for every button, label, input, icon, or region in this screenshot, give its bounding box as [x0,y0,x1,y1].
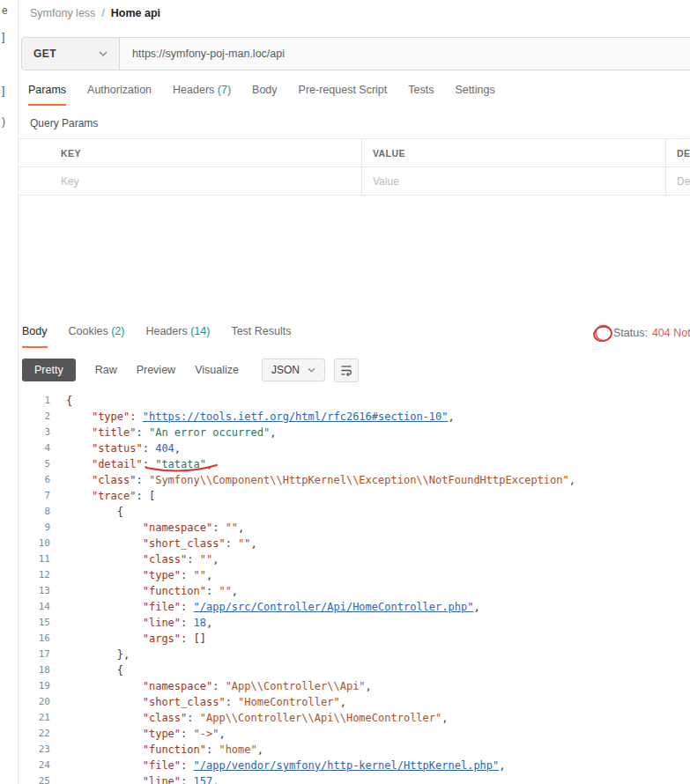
code-line-text: "status": 404, [50,440,181,456]
code-token: , [340,696,346,708]
table-header-row: KEY VALUE DESCRIPTION [19,138,690,167]
tab-label: Authorization [87,84,152,96]
code-token: "class" [143,553,188,566]
breadcrumb-workspace[interactable]: Symfony less [30,7,95,19]
tab-params[interactable]: Params [28,84,66,106]
code-token: "title" [92,426,137,439]
response-tab-test-results[interactable]: Test Results [231,325,291,348]
code-token: "An error occurred" [149,426,270,439]
code-line: 21 "class": "App\\Controller\\Api\\HomeC… [19,710,690,726]
code-token: : [181,601,193,613]
code-token: , [251,537,257,550]
code-link[interactable]: "/app/src/Controller/Api/HomeController.… [194,601,474,613]
tab-tests[interactable]: Tests [408,84,434,106]
code-lines: 1{2 "type": "https://tools.ietf.org/html… [19,393,690,784]
code-line: 7 "trace": [ [19,488,690,504]
line-number: 8 [19,504,50,520]
row-select-cell [19,167,50,195]
response-tab-body[interactable]: Body [22,325,48,348]
wrap-text-button[interactable] [334,359,359,382]
request-tabs: Params Authorization Headers (7) Body Pr… [28,84,690,106]
code-line: 13 "function": "", [19,583,690,599]
code-token: : [181,775,193,784]
view-mode-raw[interactable]: Raw [95,364,117,376]
code-token: "" [226,521,238,534]
url-input[interactable]: https://symfony-poj-man.loc/api [120,37,690,70]
code-token [66,426,92,439]
key-input[interactable]: Key [50,167,361,195]
method-selector[interactable]: GET [21,37,120,70]
response-status: Status:404 Not Found [613,327,690,339]
code-line: 25 "line": 157, [19,773,690,784]
code-token: }, [66,648,130,661]
code-token: : [226,696,238,708]
response-body-code[interactable]: 1{2 "type": "https://tools.ietf.org/html… [19,393,690,784]
code-token: , [174,442,181,455]
code-line: 8 { [19,504,690,520]
tab-settings[interactable]: Settings [455,84,494,106]
view-mode-preview[interactable]: Preview [137,364,175,376]
code-token: "file" [143,601,181,613]
line-number: 14 [19,599,50,615]
code-token: "class" [143,712,188,724]
value-input[interactable]: Value [361,167,665,195]
code-token [66,458,92,470]
sidebar-icon-fragment: ) [2,115,5,128]
code-token: , [206,569,212,581]
code-line: 5 "detail": "tatata", [19,456,690,472]
code-line-text: "function": "home", [50,742,263,758]
code-line: 22 "type": "->", [19,726,690,742]
tab-label: Settings [455,84,494,96]
tab-authorization[interactable]: Authorization [87,84,152,106]
code-line: 15 "line": 18, [19,615,690,631]
code-link[interactable]: "/app/vendor/symfony/http-kernel/HttpKer… [194,759,500,772]
headers-count: (7) [218,84,231,96]
code-token: [ [149,490,155,502]
code-token: , [212,553,219,566]
format-selector[interactable]: JSON [262,359,325,381]
response-headers-count: (14) [190,325,210,337]
response-tab-cookies[interactable]: Cookies (2) [69,325,125,348]
method-label: GET [33,48,56,60]
line-number: 12 [19,567,50,583]
code-line-text: "trace": [ [50,488,155,504]
code-link[interactable]: "https://tools.ietf.org/html/rfc2616#sec… [143,410,449,423]
tab-headers[interactable]: Headers (7) [173,84,231,106]
response-tab-headers[interactable]: Headers (14) [145,325,210,348]
postman-window: { "colors": { "accent": "#ff6c37", "coun… [0,0,690,784]
tab-label: Pre-request Script [299,84,388,96]
code-token: : [181,759,193,772]
code-line: 18 { [19,662,690,678]
line-number: 9 [19,520,50,536]
code-line-text: "class": "Symfony\\Component\\HttpKernel… [50,472,575,488]
line-number: 24 [19,758,50,773]
code-token: 404 [155,442,174,455]
code-token: "HomeController" [238,696,340,708]
code-token: "function" [143,585,206,597]
code-token: "Symfony\\Component\\HttpKernel\\Excepti… [149,474,569,486]
code-token [66,632,143,645]
code-token: 157 [194,775,213,784]
view-mode-visualize[interactable]: Visualize [195,364,239,376]
code-token [66,601,143,613]
code-token: : [143,458,155,470]
code-token [66,617,143,629]
code-token: , [270,426,276,439]
description-input[interactable]: Description [665,167,690,195]
line-number: 10 [19,536,50,551]
sidebar-icon-fragment: e [2,4,8,17]
tab-pre-request-script[interactable]: Pre-request Script [299,84,388,106]
code-token: , [449,410,455,423]
code-line-text: "function": "", [50,583,238,599]
code-line: 14 "file": "/app/src/Controller/Api/Home… [19,599,690,615]
tab-label: Headers [145,325,187,337]
code-token: "" [194,569,206,581]
view-mode-pretty[interactable]: Pretty [22,359,76,381]
code-line: 17 }, [19,647,690,662]
code-token [66,743,143,756]
url-text: https://symfony-poj-man.loc/api [132,48,285,60]
code-token: "short_class" [143,696,226,708]
table-row: Key Value Description [19,167,690,196]
breadcrumb-request-name[interactable]: Home api [111,7,160,19]
tab-body[interactable]: Body [252,84,278,106]
